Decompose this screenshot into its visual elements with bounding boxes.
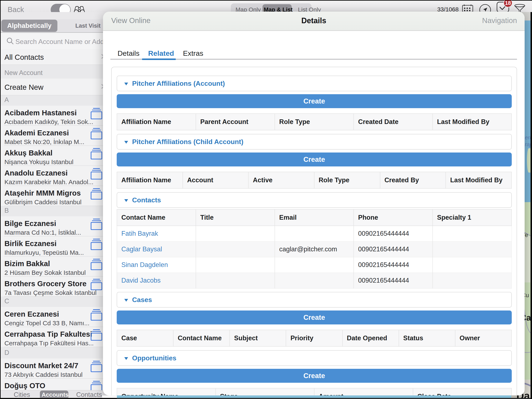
svg-text:18: 18 xyxy=(505,0,511,6)
